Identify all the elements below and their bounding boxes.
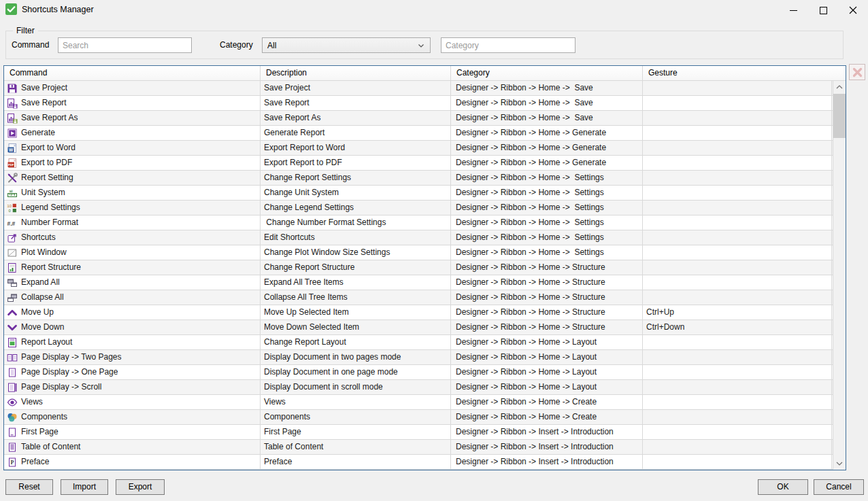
command-cell[interactable]: Report Layout: [4, 335, 261, 349]
delete-gesture-button[interactable]: [849, 64, 865, 80]
command-cell[interactable]: Page Display -> Scroll: [4, 380, 261, 394]
table-row[interactable]: ShortcutsEdit ShortcutsDesigner -> Ribbo…: [4, 230, 846, 245]
command-cell[interactable]: Table of Content: [4, 440, 261, 454]
table-row[interactable]: #.#Number Format Change Number Format Se…: [4, 215, 846, 230]
gesture-cell[interactable]: [643, 171, 832, 185]
command-cell[interactable]: Save Report As: [4, 111, 261, 125]
command-cell[interactable]: First Page: [4, 425, 261, 439]
table-row[interactable]: Page Display -> ScrollDisplay Document i…: [4, 380, 846, 395]
command-cell[interactable]: Report Structure: [4, 260, 261, 275]
category-text-input[interactable]: [441, 37, 575, 53]
gesture-cell[interactable]: [643, 365, 832, 379]
command-cell[interactable]: Move Down: [4, 320, 261, 334]
column-header-category[interactable]: Category: [451, 66, 643, 80]
command-cell[interactable]: PPreface: [4, 455, 261, 469]
command-cell[interactable]: Report Setting: [4, 171, 261, 185]
command-cell[interactable]: siUnit System: [4, 186, 261, 200]
maximize-button[interactable]: [808, 0, 838, 20]
column-header-command[interactable]: Command: [4, 66, 261, 80]
gesture-cell[interactable]: [643, 156, 832, 170]
category-dropdown[interactable]: All: [262, 37, 431, 53]
gesture-cell[interactable]: [643, 260, 832, 275]
gesture-cell[interactable]: [643, 380, 832, 394]
scrollbar-down-icon[interactable]: [833, 457, 846, 470]
table-row[interactable]: Move UpMove Up Selected ItemDesigner -> …: [4, 305, 846, 320]
gesture-cell[interactable]: Ctrl+Up: [643, 305, 832, 319]
gesture-cell[interactable]: [643, 410, 832, 424]
command-cell[interactable]: Plot Window: [4, 245, 261, 260]
gesture-cell[interactable]: [643, 440, 832, 454]
gesture-cell[interactable]: [643, 81, 832, 95]
scrollbar-up-icon[interactable]: [833, 81, 846, 93]
table-row[interactable]: Plot WindowChange Plot Window Size Setti…: [4, 245, 846, 260]
table-row[interactable]: ViewsViewsDesigner -> Ribbon -> Home -> …: [4, 395, 846, 410]
gesture-cell[interactable]: [643, 141, 832, 155]
command-cell[interactable]: Generate: [4, 126, 261, 140]
cancel-button[interactable]: Cancel: [814, 479, 864, 495]
gesture-cell[interactable]: [643, 290, 832, 305]
gesture-cell[interactable]: [643, 96, 832, 110]
gesture-cell[interactable]: [643, 126, 832, 140]
command-cell[interactable]: Move Up: [4, 305, 261, 319]
command-cell[interactable]: Shortcuts: [4, 230, 261, 245]
minimize-button[interactable]: [778, 0, 808, 20]
table-row[interactable]: Page Display -> One PageDisplay Document…: [4, 365, 846, 380]
table-row[interactable]: Report StructureChange Report StructureD…: [4, 260, 846, 275]
import-button[interactable]: Import: [61, 479, 108, 495]
table-row[interactable]: Expand AllExpand All Tree ItemsDesigner …: [4, 275, 846, 290]
scrollbar-thumb[interactable]: [833, 94, 846, 138]
table-row[interactable]: PPrefacePrefaceDesigner -> Ribbon -> Ins…: [4, 455, 846, 470]
command-cell[interactable]: Components: [4, 410, 261, 424]
gesture-cell[interactable]: [643, 350, 832, 364]
column-header-description[interactable]: Description: [261, 66, 451, 80]
table-row[interactable]: Save Report AsSave Report AsDesigner -> …: [4, 111, 846, 126]
column-header-gesture[interactable]: Gesture: [643, 66, 846, 80]
table-row[interactable]: Save ReportSave ReportDesigner -> Ribbon…: [4, 96, 846, 111]
table-row[interactable]: GenerateGenerate ReportDesigner -> Ribbo…: [4, 126, 846, 141]
gesture-cell[interactable]: [643, 245, 832, 260]
gesture-cell[interactable]: [643, 201, 832, 215]
table-row[interactable]: Move DownMove Down Selected ItemDesigner…: [4, 320, 846, 335]
command-cell[interactable]: Page Display -> Two Pages: [4, 350, 261, 364]
command-cell[interactable]: 100Legend Settings: [4, 201, 261, 215]
export-pdf-icon: PDF: [7, 158, 18, 169]
table-row[interactable]: Report LayoutChange Report LayoutDesigne…: [4, 335, 846, 350]
gesture-cell[interactable]: [643, 455, 832, 469]
close-button[interactable]: [838, 0, 868, 20]
table-row[interactable]: Table of ContentTable of ContentDesigner…: [4, 440, 846, 455]
command-cell[interactable]: Views: [4, 395, 261, 409]
gesture-cell[interactable]: Ctrl+Down: [643, 320, 832, 334]
command-cell[interactable]: PDFExport to PDF: [4, 156, 261, 170]
table-row[interactable]: 100Legend SettingsChange Legend Settings…: [4, 201, 846, 215]
table-row[interactable]: First PageFirst PageDesigner -> Ribbon -…: [4, 425, 846, 440]
command-search-input[interactable]: [58, 37, 192, 53]
command-cell[interactable]: Collapse All: [4, 290, 261, 305]
gesture-cell[interactable]: [643, 215, 832, 230]
command-cell[interactable]: #.#Number Format: [4, 215, 261, 230]
reset-button[interactable]: Reset: [5, 479, 53, 495]
table-row[interactable]: WExport to WordExport Report to WordDesi…: [4, 141, 846, 156]
gesture-cell[interactable]: [643, 186, 832, 200]
table-row[interactable]: Report SettingChange Report SettingsDesi…: [4, 171, 846, 186]
table-row[interactable]: PDFExport to PDFExport Report to PDFDesi…: [4, 156, 846, 171]
command-cell[interactable]: Expand All: [4, 275, 261, 290]
vertical-scrollbar[interactable]: [833, 81, 846, 470]
gesture-cell[interactable]: [643, 335, 832, 349]
table-row[interactable]: Page Display -> Two PagesDisplay Documen…: [4, 350, 846, 365]
gesture-cell[interactable]: [643, 425, 832, 439]
command-cell[interactable]: Save Report: [4, 96, 261, 110]
export-button[interactable]: Export: [116, 479, 165, 495]
table-row[interactable]: ComponentsComponentsDesigner -> Ribbon -…: [4, 410, 846, 425]
command-cell[interactable]: Page Display -> One Page: [4, 365, 261, 379]
command-cell[interactable]: WExport to Word: [4, 141, 261, 155]
description-cell: Generate Report: [261, 126, 451, 140]
gesture-cell[interactable]: [643, 395, 832, 409]
ok-button[interactable]: OK: [758, 479, 808, 495]
gesture-cell[interactable]: [643, 230, 832, 245]
gesture-cell[interactable]: [643, 275, 832, 290]
table-row[interactable]: Save ProjectSave ProjectDesigner -> Ribb…: [4, 81, 846, 96]
command-cell[interactable]: Save Project: [4, 81, 261, 95]
gesture-cell[interactable]: [643, 111, 832, 125]
table-row[interactable]: Collapse AllCollapse All Tree ItemsDesig…: [4, 290, 846, 305]
table-row[interactable]: siUnit SystemChange Unit SystemDesigner …: [4, 186, 846, 201]
